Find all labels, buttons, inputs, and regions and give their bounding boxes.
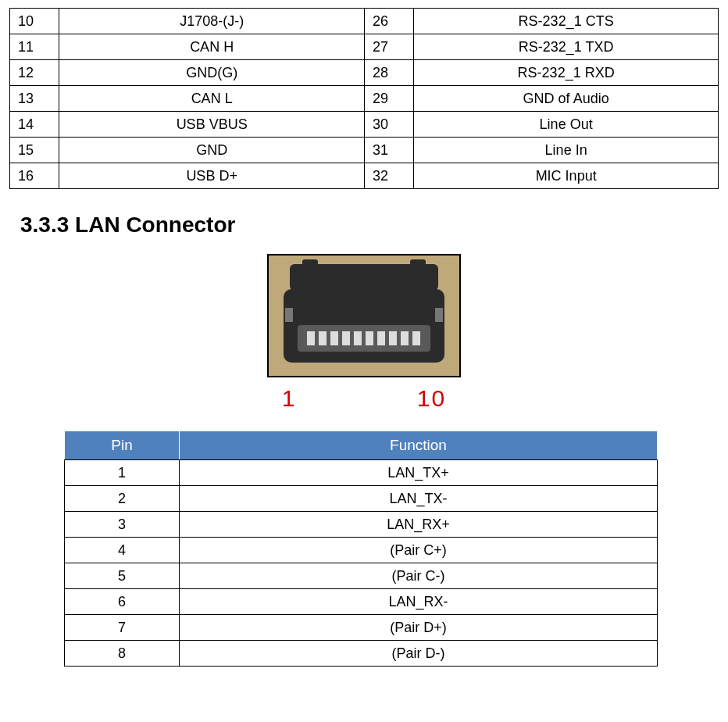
- pin-cell: 29: [365, 86, 414, 112]
- svg-rect-13: [389, 331, 397, 345]
- func-cell: RS-232_1 TXD: [414, 34, 719, 60]
- header-function: Function: [180, 431, 658, 460]
- func-cell: (Pair C+): [180, 538, 658, 563]
- func-cell: LAN_TX+: [180, 460, 658, 486]
- connector-pin-labels: 1 10: [9, 385, 719, 412]
- pin-cell: 2: [65, 486, 180, 512]
- svg-rect-10: [354, 331, 362, 345]
- table-header-row: Pin Function: [65, 431, 658, 460]
- pin-cell: 31: [365, 138, 414, 163]
- func-cell: LAN_RX+: [180, 512, 658, 538]
- table-row: 4(Pair C+): [65, 538, 658, 563]
- pin-cell: 8: [65, 641, 180, 667]
- lan-pinout-table: Pin Function 1LAN_TX+ 2LAN_TX- 3LAN_RX+ …: [64, 431, 658, 667]
- svg-rect-8: [330, 331, 338, 345]
- func-cell: CAN L: [59, 86, 365, 112]
- pinout-table-top: 10J1708-(J-)26RS-232_1 CTS 11CAN H27RS-2…: [9, 8, 719, 189]
- func-cell: CAN H: [59, 34, 365, 60]
- table-row: 15GND31Line In: [10, 138, 719, 163]
- func-cell: GND: [59, 138, 365, 163]
- pin-cell: 13: [10, 86, 59, 112]
- svg-rect-5: [298, 325, 430, 352]
- pin-label-left: 1: [277, 385, 360, 412]
- svg-rect-11: [366, 331, 373, 345]
- pin-cell: 16: [10, 163, 59, 189]
- table-row: 16USB D+32MIC Input: [10, 163, 719, 189]
- func-cell: Line Out: [414, 112, 719, 138]
- section-heading: 3.3.3 LAN Connector: [20, 213, 719, 238]
- func-cell: LAN_RX-: [180, 589, 658, 615]
- func-cell: RS-232_1 CTS: [414, 9, 719, 34]
- connector-figure: 1 10: [9, 253, 719, 412]
- func-cell: RS-232_1 RXD: [414, 60, 719, 86]
- header-pin: Pin: [65, 431, 180, 460]
- func-cell: GND(G): [59, 60, 365, 86]
- table-row: 11CAN H27RS-232_1 TXD: [10, 34, 719, 60]
- svg-rect-15: [412, 331, 420, 345]
- table-row: 1LAN_TX+: [65, 460, 658, 486]
- table-row: 10J1708-(J-)26RS-232_1 CTS: [10, 9, 719, 34]
- pin-cell: 14: [10, 112, 59, 138]
- table-row: 2LAN_TX-: [65, 486, 658, 512]
- func-cell: (Pair C-): [180, 563, 658, 589]
- pin-cell: 10: [10, 9, 59, 34]
- pin-cell: 27: [365, 34, 414, 60]
- pin-cell: 7: [65, 615, 180, 641]
- pin-cell: 4: [65, 538, 180, 563]
- func-cell: (Pair D-): [180, 641, 658, 667]
- func-cell: MIC Input: [414, 163, 719, 189]
- pin-cell: 32: [365, 163, 414, 189]
- svg-rect-14: [401, 331, 409, 345]
- pin-cell: 5: [65, 563, 180, 589]
- svg-rect-2: [302, 259, 318, 270]
- pin-cell: 15: [10, 138, 59, 163]
- table-row: 13CAN L29GND of Audio: [10, 86, 719, 112]
- pin-cell: 26: [365, 9, 414, 34]
- table-row: 14USB VBUS30Line Out: [10, 112, 719, 138]
- table-row: 12GND(G)28RS-232_1 RXD: [10, 60, 719, 86]
- svg-rect-7: [319, 331, 327, 345]
- svg-rect-12: [377, 331, 385, 345]
- pin-cell: 28: [365, 60, 414, 86]
- svg-rect-16: [285, 308, 293, 322]
- table-row: 8(Pair D-): [65, 641, 658, 667]
- table-row: 5(Pair C-): [65, 563, 658, 589]
- pin-cell: 6: [65, 589, 180, 615]
- func-cell: USB VBUS: [59, 112, 365, 138]
- svg-rect-6: [307, 331, 315, 345]
- pin-cell: 12: [10, 60, 59, 86]
- svg-rect-3: [410, 259, 426, 270]
- table-row: 6LAN_RX-: [65, 589, 658, 615]
- table-row: 7(Pair D+): [65, 615, 658, 641]
- pin-cell: 11: [10, 34, 59, 60]
- pin-label-right: 10: [368, 385, 451, 412]
- func-cell: Line In: [414, 138, 719, 163]
- func-cell: (Pair D+): [180, 615, 658, 641]
- pin-cell: 30: [365, 112, 414, 138]
- pinout-table-top-body: 10J1708-(J-)26RS-232_1 CTS 11CAN H27RS-2…: [10, 9, 719, 189]
- pin-cell: 3: [65, 512, 180, 538]
- svg-rect-9: [342, 331, 350, 345]
- func-cell: USB D+: [59, 163, 365, 189]
- table-row: 3LAN_RX+: [65, 512, 658, 538]
- func-cell: J1708-(J-): [59, 9, 365, 34]
- func-cell: GND of Audio: [414, 86, 719, 112]
- svg-rect-17: [435, 308, 443, 322]
- func-cell: LAN_TX-: [180, 486, 658, 512]
- lan-connector-icon: [266, 253, 462, 378]
- pin-cell: 1: [65, 460, 180, 486]
